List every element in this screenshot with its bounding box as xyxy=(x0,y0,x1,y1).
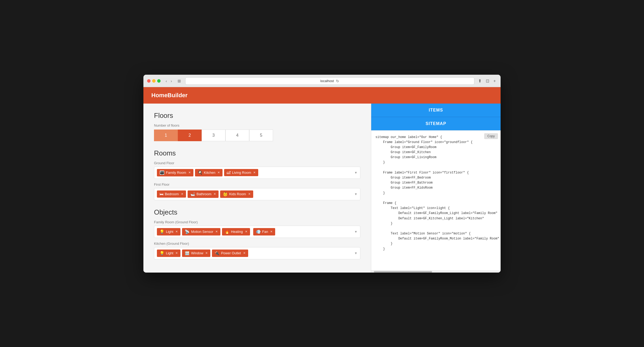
light-icon: 💡 xyxy=(160,229,165,234)
floor-num-3[interactable]: 3 xyxy=(202,130,225,141)
power-outlet-icon: 🔌 xyxy=(215,251,220,256)
kitchen-label: Kitchen xyxy=(204,171,215,175)
kids-room-icon: 👶 xyxy=(223,192,228,197)
family-room-objects-group: Family Room (Ground Floor) 💡 Light ✕ 📡 M… xyxy=(154,220,360,238)
scroll-thumb xyxy=(374,271,432,273)
traffic-light-green[interactable] xyxy=(157,79,161,83)
tag-power-outlet: 🔌 Power Outlet ✕ xyxy=(212,250,248,257)
family-objects-dropdown-arrow[interactable]: ▼ xyxy=(354,230,357,234)
code-panel: Copy sitemap our_home label="Our Home" {… xyxy=(371,130,501,270)
browser-chrome: ‹ › ⊞ localhost ↻ ⬆ ⊡ + xyxy=(143,75,501,87)
tag-family-room: 👨‍👩‍👧 Family Room ✕ xyxy=(157,169,193,176)
browser-actions: ⬆ ⊡ + xyxy=(477,78,497,84)
ground-floor-dropdown-arrow[interactable]: ▼ xyxy=(354,171,357,175)
plus-button[interactable]: + xyxy=(492,78,497,84)
light-label: Light xyxy=(166,230,173,234)
floors-title: Floors xyxy=(154,112,360,120)
ground-floor-label: Ground Floor xyxy=(154,161,360,165)
traffic-light-yellow[interactable] xyxy=(152,79,156,83)
sitemap-code: sitemap our_home label="Our Home" { Fram… xyxy=(375,135,496,252)
right-panel: ITEMS SITEMAP Copy sitemap our_home labe… xyxy=(371,104,501,273)
family-room-objects-row: 💡 Light ✕ 📡 Motion Sensor ✕ 🔥 Heating xyxy=(154,226,360,238)
bedroom-icon: 🛏 xyxy=(160,192,164,196)
app-title: HomeBuilder xyxy=(151,92,188,99)
floors-subsection-label: Number of floors xyxy=(154,123,360,127)
items-button[interactable]: ITEMS xyxy=(371,104,501,117)
family-room-remove[interactable]: ✕ xyxy=(188,171,191,174)
tag-bathroom: 🛁 Bathroom ✕ xyxy=(188,190,219,198)
motion-sensor-label: Motion Sensor xyxy=(191,230,213,234)
tag-kitchen: 🍳 Kitchen ✕ xyxy=(195,169,223,176)
reload-button[interactable]: ↻ xyxy=(336,79,339,83)
floor-num-4[interactable]: 4 xyxy=(225,130,249,141)
kitchen-objects-group: Kitchen (Ground Floor) 💡 Light ✕ 🪟 Windo… xyxy=(154,242,360,259)
window-remove[interactable]: ✕ xyxy=(205,251,208,255)
forward-button[interactable]: › xyxy=(169,78,173,84)
motion-sensor-remove[interactable]: ✕ xyxy=(215,230,218,233)
power-outlet-remove[interactable]: ✕ xyxy=(243,251,246,255)
fan-label: Fan xyxy=(262,230,268,234)
window-icon: 🪟 xyxy=(185,251,190,256)
kitchen-light-label: Light xyxy=(166,251,173,255)
kitchen-light-icon: 💡 xyxy=(160,251,165,256)
bathroom-remove[interactable]: ✕ xyxy=(214,192,216,196)
kitchen-remove[interactable]: ✕ xyxy=(217,171,220,174)
heating-icon: 🔥 xyxy=(225,229,230,234)
share-button[interactable]: ⬆ xyxy=(477,78,483,84)
family-room-objects-label: Family Room (Ground Floor) xyxy=(154,220,360,224)
left-panel: Floors Number of floors 1 2 3 4 5 Rooms … xyxy=(143,104,371,273)
objects-section: Objects Family Room (Ground Floor) 💡 Lig… xyxy=(154,208,360,259)
living-room-remove[interactable]: ✕ xyxy=(253,171,256,174)
rooms-section: Rooms Ground Floor 👨‍👩‍👧 Family Room ✕ 🍳… xyxy=(154,149,360,200)
family-room-icon: 👨‍👩‍👧 xyxy=(160,170,165,175)
heating-label: Heating xyxy=(231,230,243,234)
living-room-label: Living Room xyxy=(232,171,251,175)
new-tab-button[interactable]: ⊡ xyxy=(485,78,490,84)
app-header: HomeBuilder xyxy=(143,87,501,104)
kitchen-icon: 🍳 xyxy=(198,170,203,175)
window-label: Window xyxy=(191,251,203,255)
floor-num-2[interactable]: 2 xyxy=(178,130,202,141)
kids-room-label: Kids Room xyxy=(229,192,246,196)
horizontal-scrollbar[interactable] xyxy=(371,270,501,273)
floor-num-1[interactable]: 1 xyxy=(154,130,178,141)
ground-floor-rooms-group: Ground Floor 👨‍👩‍👧 Family Room ✕ 🍳 Kitch… xyxy=(154,161,360,179)
floors-section: Floors Number of floors 1 2 3 4 5 xyxy=(154,112,360,141)
ground-floor-tag-row: 👨‍👩‍👧 Family Room ✕ 🍳 Kitchen ✕ 🛋 Living… xyxy=(154,167,360,179)
light-remove[interactable]: ✕ xyxy=(175,230,178,233)
tag-bedroom: 🛏 Bedroom ✕ xyxy=(157,190,186,198)
floor-num-5[interactable]: 5 xyxy=(249,130,273,141)
bathroom-label: Bathroom xyxy=(197,192,211,196)
first-floor-dropdown-arrow[interactable]: ▼ xyxy=(354,192,357,196)
back-button[interactable]: ‹ xyxy=(164,78,168,84)
traffic-lights xyxy=(147,79,161,83)
power-outlet-label: Power Outlet xyxy=(221,251,241,255)
address-bar[interactable]: localhost ↻ xyxy=(185,77,474,85)
sitemap-button[interactable]: SITEMAP xyxy=(371,117,501,130)
first-floor-rooms-group: First Floor 🛏 Bedroom ✕ 🛁 Bathroom ✕ xyxy=(154,183,360,200)
heating-remove[interactable]: ✕ xyxy=(245,230,247,233)
app-content: Floors Number of floors 1 2 3 4 5 Rooms … xyxy=(143,104,501,273)
family-room-label: Family Room xyxy=(166,171,186,175)
motion-sensor-icon: 📡 xyxy=(185,229,190,234)
kitchen-light-remove[interactable]: ✕ xyxy=(175,251,178,255)
living-room-icon: 🛋 xyxy=(227,170,231,175)
tag-light-family: 💡 Light ✕ xyxy=(157,228,180,235)
objects-title: Objects xyxy=(154,208,360,216)
tag-fan: 💨 Fan ✕ xyxy=(253,228,275,235)
kids-room-remove[interactable]: ✕ xyxy=(248,192,251,196)
bedroom-remove[interactable]: ✕ xyxy=(181,192,183,196)
sidebar-toggle-button[interactable]: ⊞ xyxy=(176,78,183,84)
tag-light-kitchen: 💡 Light ✕ xyxy=(157,250,180,257)
tag-living-room: 🛋 Living Room ✕ xyxy=(224,169,258,176)
first-floor-tag-row: 🛏 Bedroom ✕ 🛁 Bathroom ✕ 👶 Kids Room xyxy=(154,188,360,200)
rooms-title: Rooms xyxy=(154,149,360,157)
kitchen-objects-dropdown-arrow[interactable]: ▼ xyxy=(354,251,357,255)
url-text: localhost xyxy=(320,79,334,83)
copy-button[interactable]: Copy xyxy=(484,133,498,139)
fan-remove[interactable]: ✕ xyxy=(270,230,273,233)
floor-numbers: 1 2 3 4 5 xyxy=(154,130,360,141)
nav-buttons: ‹ › xyxy=(164,78,173,84)
fan-icon: 💨 xyxy=(256,229,261,234)
traffic-light-red[interactable] xyxy=(147,79,151,83)
